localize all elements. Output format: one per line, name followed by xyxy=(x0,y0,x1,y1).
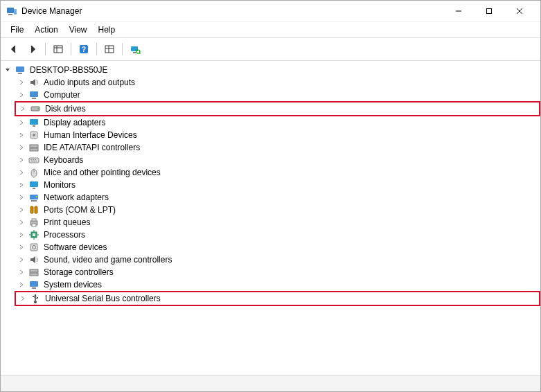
svg-point-57 xyxy=(34,301,37,303)
help-button[interactable]: ? xyxy=(75,41,93,57)
svg-rect-44 xyxy=(32,224,36,226)
chevron-right-icon[interactable] xyxy=(17,143,26,152)
monitor-icon xyxy=(28,179,39,190)
chevron-right-icon[interactable] xyxy=(17,168,26,177)
svg-rect-53 xyxy=(30,269,38,272)
keyboard-icon xyxy=(28,154,39,166)
svg-text:?: ? xyxy=(82,46,86,53)
window-title: Device Manager xyxy=(21,6,82,16)
tree-category[interactable]: Audio inputs and outputs xyxy=(15,76,540,89)
display-icon xyxy=(28,117,39,128)
tree-category[interactable]: Ports (COM & LPT) xyxy=(15,204,540,216)
forward-button[interactable] xyxy=(24,41,42,57)
tree-category[interactable]: Universal Serial Bus controllers xyxy=(15,291,540,306)
tree-category-label: Human Interface Devices xyxy=(42,130,139,140)
tree-category[interactable]: Keyboards xyxy=(15,154,540,166)
tree-category-label: IDE ATA/ATAPI controllers xyxy=(42,143,141,152)
mouse-icon xyxy=(28,167,39,178)
tree-category-label: Mice and other pointing devices xyxy=(42,168,162,177)
device-tree: DESKTOP-BBS50JE Audio inputs and outputs… xyxy=(1,64,540,306)
svg-rect-31 xyxy=(35,159,36,160)
status-bar xyxy=(1,375,540,391)
chevron-right-icon[interactable] xyxy=(19,294,27,303)
svg-point-61 xyxy=(33,296,34,297)
cpu-icon xyxy=(28,229,39,240)
tree-category-label: Universal Serial Bus controllers xyxy=(44,294,162,303)
disk-icon xyxy=(30,103,41,114)
svg-point-39 xyxy=(36,196,37,197)
toolbar-separator xyxy=(122,43,123,55)
scan-hardware-button[interactable] xyxy=(126,41,144,57)
chevron-right-icon[interactable] xyxy=(17,268,26,276)
chevron-down-icon[interactable] xyxy=(3,66,12,74)
device-tree-panel[interactable]: DESKTOP-BBS50JE Audio inputs and outputs… xyxy=(1,61,540,375)
svg-rect-2 xyxy=(8,14,12,15)
chevron-right-icon[interactable] xyxy=(19,105,27,113)
chevron-right-icon[interactable] xyxy=(17,243,26,251)
back-button[interactable] xyxy=(5,41,23,57)
svg-rect-26 xyxy=(30,145,38,148)
tree-category-label: System devices xyxy=(42,280,103,289)
tree-category[interactable]: Network adapters xyxy=(15,191,540,204)
svg-rect-9 xyxy=(105,46,114,53)
tree-category-label: Print queues xyxy=(42,217,91,227)
tree-category-label: Storage controllers xyxy=(42,267,115,277)
tree-category[interactable]: Sound, video and game controllers xyxy=(15,253,540,266)
svg-rect-54 xyxy=(30,273,38,276)
svg-rect-16 xyxy=(16,66,24,72)
tree-category[interactable]: Processors xyxy=(15,229,540,241)
close-button[interactable] xyxy=(504,1,535,21)
tree-category[interactable]: Display adapters xyxy=(15,116,540,129)
svg-rect-32 xyxy=(31,161,37,161)
chevron-right-icon[interactable] xyxy=(17,131,26,139)
printer-icon xyxy=(28,217,39,228)
menu-action[interactable]: Action xyxy=(29,24,63,36)
maximize-button[interactable] xyxy=(474,1,504,21)
svg-rect-23 xyxy=(33,125,35,127)
tree-category[interactable]: IDE ATA/ATAPI controllers xyxy=(15,141,540,154)
toolbar-separator xyxy=(71,43,71,55)
tree-category-label: Network adapters xyxy=(42,193,110,202)
chevron-right-icon[interactable] xyxy=(17,193,26,202)
menu-file[interactable]: File xyxy=(5,24,29,36)
tree-category[interactable]: Monitors xyxy=(15,179,540,191)
svg-rect-27 xyxy=(30,148,38,151)
show-hide-tree-button[interactable] xyxy=(49,41,67,57)
tree-category[interactable]: Print queues xyxy=(15,216,540,229)
svg-rect-56 xyxy=(32,287,36,289)
chevron-right-icon[interactable] xyxy=(17,156,26,164)
tree-category[interactable]: Human Interface Devices xyxy=(15,129,540,141)
chevron-right-icon[interactable] xyxy=(17,206,26,214)
svg-rect-17 xyxy=(18,73,22,74)
svg-rect-35 xyxy=(30,181,38,187)
svg-point-25 xyxy=(33,134,35,136)
port-icon xyxy=(28,204,39,215)
tree-category-label: Processors xyxy=(42,230,87,240)
chevron-right-icon[interactable] xyxy=(17,118,26,127)
chevron-right-icon[interactable] xyxy=(17,256,26,264)
chevron-right-icon[interactable] xyxy=(17,231,26,239)
chevron-right-icon[interactable] xyxy=(17,280,26,289)
menu-view[interactable]: View xyxy=(64,24,93,36)
svg-rect-4 xyxy=(54,46,62,53)
chevron-right-icon[interactable] xyxy=(17,78,26,87)
tree-category[interactable]: Storage controllers xyxy=(15,266,540,278)
chevron-right-icon[interactable] xyxy=(17,91,26,99)
tree-category-label: Keyboards xyxy=(42,155,85,165)
software-icon xyxy=(28,242,39,253)
tree-category[interactable]: Disk drives xyxy=(15,101,540,116)
menu-help[interactable]: Help xyxy=(93,24,121,36)
tree-category[interactable]: System devices xyxy=(15,278,540,291)
hid-icon xyxy=(28,130,39,141)
chevron-right-icon[interactable] xyxy=(17,218,26,226)
tree-root[interactable]: DESKTOP-BBS50JE xyxy=(1,64,540,76)
tree-category[interactable]: Software devices xyxy=(15,241,540,253)
chevron-right-icon[interactable] xyxy=(17,181,26,189)
network-icon xyxy=(28,192,39,203)
toolbar-separator xyxy=(45,43,46,55)
svg-rect-62 xyxy=(37,297,38,299)
minimize-button[interactable] xyxy=(443,1,474,21)
properties-button[interactable] xyxy=(100,41,118,57)
tree-category[interactable]: Computer xyxy=(15,89,540,101)
tree-category[interactable]: Mice and other pointing devices xyxy=(15,166,540,179)
